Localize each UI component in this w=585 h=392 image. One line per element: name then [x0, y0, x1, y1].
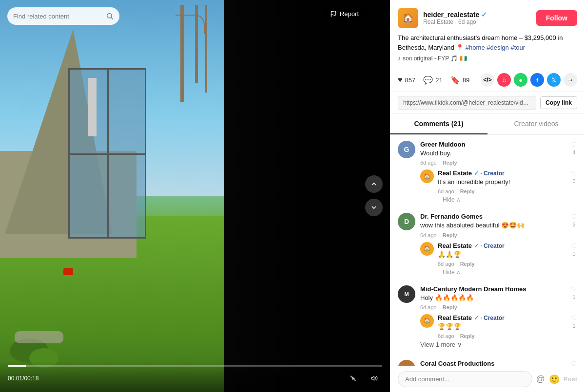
reply-verified-2: ✓	[474, 243, 479, 249]
reply-button-3[interactable]: Reply	[443, 304, 457, 310]
comment-like-button-1[interactable]: ♡	[571, 141, 577, 149]
comment-main-2: D Dr. Fernando Gomes wow this absoluted …	[398, 213, 577, 238]
chevron-up-icon	[370, 180, 378, 188]
comment-like-button-3[interactable]: ♡	[571, 285, 577, 293]
reply-time-3: 6d ago	[438, 333, 454, 339]
comment-footer-2: 6d ago Reply	[420, 232, 566, 238]
heart-icon: ♥	[398, 75, 403, 84]
comment-time-1: 6d ago	[420, 160, 437, 166]
comment-main-4: C Coral Coast Productions Such a dream 1…	[398, 360, 577, 366]
comments-item[interactable]: 💬 21	[423, 75, 442, 85]
avatar-icon: 🏠	[403, 13, 413, 23]
reply-content-3: Real Estate ✓ · Creator 🏆🏆🏆 6d ago Reply	[438, 314, 567, 339]
reply-like-button-3[interactable]: ♡	[571, 314, 577, 322]
likes-item[interactable]: ♥ 857	[398, 75, 415, 84]
controls-row: 00:01/00:18	[8, 371, 382, 386]
facebook-icon: f	[536, 76, 538, 84]
comment-like-button-4[interactable]: ♡	[571, 360, 577, 366]
embed-button[interactable]: </>	[481, 73, 494, 87]
tab-creator-videos[interactable]: Creator videos	[488, 114, 585, 134]
code-icon: </>	[483, 76, 491, 83]
video-link: https://www.tiktok.com/@heider_realestat…	[398, 96, 536, 110]
tiktok-icon: ♫	[502, 76, 507, 84]
creator-label-1: · Creator	[480, 170, 504, 177]
hide-button-2[interactable]: Hide ∧	[443, 269, 461, 276]
share-icons: </> ♫ ● f 𝕏 →	[481, 73, 577, 87]
username: heider_realestate	[423, 11, 479, 19]
copy-link-button[interactable]: Copy link	[540, 96, 577, 109]
reply-like-button-2[interactable]: ♡	[571, 242, 577, 250]
search-bar[interactable]	[7, 7, 119, 25]
comment-main-3: M Mid-Century Modern Dream Homes Holy 🔥🔥…	[398, 285, 577, 310]
comments-section: G Greer Muldoon Would buy. 6d ago Reply …	[390, 135, 585, 366]
forward-button[interactable]: →	[564, 73, 577, 87]
post-comment-button[interactable]: Post	[564, 375, 577, 383]
no-autoplay-button[interactable]	[345, 371, 361, 386]
reply-like-3: ♡ 1	[571, 314, 577, 329]
reply-like-1: ♡ 0	[571, 169, 577, 184]
profile-text: heider_realestate ✓ Real Estate · 6d ago	[423, 11, 487, 25]
profile-info: 🏠 heider_realestate ✓ Real Estate · 6d a…	[398, 8, 487, 28]
comment-avatar-4: C	[398, 360, 415, 366]
follow-button[interactable]: Follow	[536, 10, 577, 26]
tab-comments[interactable]: Comments (21)	[390, 114, 488, 134]
link-row: https://www.tiktok.com/@heider_realestat…	[390, 92, 585, 114]
whatsapp-icon: ●	[519, 76, 523, 84]
twitter-button[interactable]: 𝕏	[547, 73, 561, 87]
report-button[interactable]: Report	[323, 7, 366, 20]
hashtag-tour: #tour	[510, 44, 525, 51]
reply-verified-1: ✓	[474, 170, 479, 177]
volume-button[interactable]	[367, 371, 382, 386]
comment-like-button-2[interactable]: ♡	[571, 213, 577, 221]
hashtag-design: #design	[487, 44, 509, 51]
bookmarks-item[interactable]: 🔖 89	[450, 75, 469, 85]
hide-button-1[interactable]: Hide ∧	[443, 196, 461, 203]
comment-text-1: Would buy.	[420, 149, 566, 158]
comment-footer-1: 6d ago Reply	[420, 160, 566, 166]
reply-like-button-1[interactable]: ♡	[571, 169, 577, 177]
reply-user-1: Real Estate ✓ · Creator	[438, 169, 567, 177]
video-panel: Report 00:01/00:18	[0, 0, 390, 392]
nav-down-button[interactable]	[365, 199, 383, 216]
reply-reply-button-2[interactable]: Reply	[460, 261, 475, 267]
comments-count: 21	[435, 76, 442, 84]
view-more-button-3[interactable]: View 1 more ∨	[420, 339, 462, 350]
comment-input[interactable]	[398, 371, 532, 387]
comment-avatar-1: G	[398, 141, 415, 158]
reply-button-2[interactable]: Reply	[443, 232, 457, 238]
comment-like-2: ♡ 2	[571, 213, 577, 227]
reply-content-2: Real Estate ✓ · Creator 🙏🙏🏆 6d ago Reply	[438, 242, 567, 267]
comment-like-3: ♡ 1	[571, 285, 577, 300]
tiktok-share-button[interactable]: ♫	[497, 73, 511, 87]
progress-fill	[8, 365, 26, 367]
svg-line-1	[111, 18, 113, 19]
at-button[interactable]: @	[536, 374, 545, 384]
comment-user-4: Coral Coast Productions	[420, 360, 566, 366]
emoji-button[interactable]: 🙂	[549, 374, 560, 385]
creator-label-2: · Creator	[480, 243, 504, 249]
whatsapp-button[interactable]: ●	[514, 73, 527, 87]
search-input[interactable]	[13, 13, 106, 20]
comment-icon: 💬	[423, 75, 433, 85]
profile-meta: Real Estate · 6d ago	[423, 19, 487, 25]
progress-bar[interactable]	[8, 365, 382, 367]
reply-time-1: 6d ago	[438, 188, 454, 194]
house-glass	[68, 68, 146, 239]
reply-reply-button-3[interactable]: Reply	[460, 333, 475, 339]
comment-block-2: D Dr. Fernando Gomes wow this absoluted …	[398, 213, 577, 277]
hashtag-home: #home	[466, 44, 485, 51]
reply-button-1[interactable]: Reply	[443, 160, 457, 166]
video-dark-overlay	[224, 0, 390, 392]
nav-up-button[interactable]	[365, 175, 383, 193]
reply-user-3: Real Estate ✓ · Creator	[438, 314, 567, 321]
bookmarks-count: 89	[463, 76, 469, 84]
music-note: ♪	[398, 55, 401, 62]
reply-time-2: 6d ago	[438, 261, 454, 267]
comment-content-4: Coral Coast Productions Such a dream 19h…	[420, 360, 566, 366]
reply-user-2: Real Estate ✓ · Creator	[438, 242, 567, 249]
facebook-button[interactable]: f	[530, 73, 544, 87]
comment-time-2: 6d ago	[420, 232, 437, 238]
comment-like-4: ♡ 0	[571, 360, 577, 366]
profile-header: 🏠 heider_realestate ✓ Real Estate · 6d a…	[390, 0, 585, 68]
reply-reply-button-1[interactable]: Reply	[460, 188, 475, 194]
